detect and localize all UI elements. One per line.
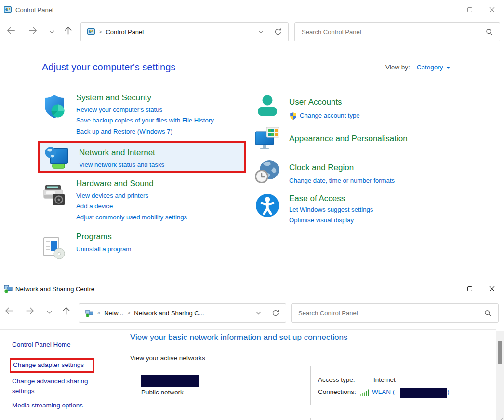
category-link[interactable]: Uninstall a program [76,244,131,255]
titlebar[interactable]: Network and Sharing Centre [0,279,504,298]
uac-shield-icon [289,112,297,120]
breadcrumb-current[interactable]: Network and Sharing C... [134,310,204,317]
recent-locations-button[interactable] [43,306,55,318]
search-icon[interactable] [486,28,493,36]
category-title[interactable]: Ease of Access [289,193,373,203]
search-input[interactable] [292,310,484,317]
view-by-label: View by: [385,64,410,71]
search-input[interactable] [295,28,486,36]
accessibility-icon[interactable] [254,192,280,218]
back-arrow-icon [6,26,15,35]
category-appearance-personalisation: Appearance and Personalisation [254,126,408,152]
back-button[interactable] [5,25,16,36]
shield-icon[interactable] [41,94,67,120]
page-title: Adjust your computer's settings [42,62,175,73]
control-panel-icon [87,28,95,36]
forward-button[interactable] [27,25,39,36]
category-link[interactable]: Adjust commonly used mobility settings [76,212,187,223]
scrollbar-track[interactable] [496,331,504,420]
window-title: Network and Sharing Centre [15,285,94,293]
address-dropdown-button[interactable] [256,312,261,315]
search-box[interactable] [294,22,500,41]
active-networks-label: View your active networks [130,354,205,362]
up-button[interactable] [62,25,74,36]
category-title[interactable]: Appearance and Personalisation [289,134,408,144]
category-title[interactable]: User Accounts [289,97,360,107]
category-title[interactable]: Programs [76,231,131,242]
recent-locations-button[interactable] [46,26,57,38]
address-bar[interactable]: > Control Panel [80,22,289,41]
category-link[interactable]: Let Windows suggest settings [289,204,373,215]
close-button[interactable] [481,279,503,298]
maximize-icon [467,7,472,12]
up-arrow-icon [62,306,71,315]
category-title[interactable]: System and Security [76,93,214,103]
category-hardware-and-sound: Hardware and Sound View devices and prin… [41,177,187,223]
category-link[interactable]: Optimise visual display [289,215,373,226]
category-link[interactable]: Add a device [76,201,187,212]
control-panel-window: Control Panel > Control Panel [0,0,504,278]
refresh-button[interactable] [272,309,279,317]
maximize-button[interactable] [459,0,481,19]
printer-icon[interactable] [41,183,67,209]
sidebar-item-media-streaming-options[interactable]: Media streaming options [12,401,83,410]
category-link[interactable]: Back up and Restore (Windows 7) [76,126,214,137]
category-system-and-security: System and Security Review your computer… [41,93,214,137]
wifi-signal-icon [360,389,370,398]
search-box[interactable] [291,303,499,323]
sidebar-item-control-panel-home[interactable]: Control Panel Home [12,340,71,350]
view-by-dropdown[interactable]: Category [417,64,450,71]
vertical-divider [310,366,311,405]
network-monitor-globe-icon[interactable] [44,145,70,171]
scrollbar-thumb[interactable] [498,341,502,364]
minimize-button[interactable] [437,0,459,19]
minimize-button[interactable] [437,279,459,298]
up-button[interactable] [60,305,72,316]
sidebar-item-change-advanced-sharing[interactable]: Change advanced sharing settings [12,377,104,396]
display-tiles-icon[interactable] [254,126,280,152]
close-button[interactable] [481,0,503,19]
category-title[interactable]: Hardware and Sound [76,178,187,189]
refresh-icon [272,309,279,317]
category-programs: Programs Uninstall a program [41,230,131,260]
access-type-label: Access type: [318,376,355,383]
wlan-connection-link[interactable]: WLAN ( [372,388,395,395]
refresh-button[interactable] [274,28,282,36]
forward-arrow-icon [26,306,35,315]
chevron-down-icon [47,311,52,314]
up-arrow-icon [64,26,73,35]
sidebar-item-change-adapter-settings[interactable]: Change adapter settings [13,360,84,370]
category-clock-and-region: Clock and Region Change date, time or nu… [254,159,395,186]
breadcrumb[interactable]: Control Panel [106,28,144,36]
category-link[interactable]: Save backup copies of your files with Fi… [76,115,214,126]
address-dropdown-button[interactable] [258,30,264,34]
user-icon[interactable] [254,93,280,119]
search-icon[interactable] [484,310,491,317]
forward-button[interactable] [24,305,36,316]
caret-down-icon [446,67,450,69]
section-divider [212,361,479,361]
programs-icon[interactable] [41,234,67,260]
breadcrumb-back-separator: « [97,310,100,316]
category-link[interactable]: View devices and printers [76,190,187,201]
category-link[interactable]: Change account type [300,110,360,121]
back-button[interactable] [3,305,14,316]
close-icon [489,7,495,13]
annotation-box-network-and-internet: Network and Internet View network status… [38,141,246,173]
connections-label: Connections: [318,388,356,395]
wlan-connection-link-close[interactable]: ) [447,388,450,395]
breadcrumb-parent[interactable]: Netw... [104,310,123,317]
category-link[interactable]: Change date, time or number formats [289,176,395,186]
category-title[interactable]: Clock and Region [289,163,395,173]
resize-grip[interactable] [499,415,503,420]
globe-clock-icon[interactable] [254,159,280,185]
breadcrumb-separator: > [127,310,130,316]
category-link[interactable]: Review your computer's status [76,105,214,115]
titlebar[interactable]: Control Panel [0,0,504,19]
close-icon [489,286,495,292]
address-bar[interactable]: « Netw... > Network and Sharing C... [79,303,286,323]
category-title[interactable]: Network and Internet [79,148,164,158]
category-link[interactable]: View network status and tasks [79,160,164,170]
refresh-icon [274,28,282,36]
maximize-button[interactable] [459,279,481,298]
